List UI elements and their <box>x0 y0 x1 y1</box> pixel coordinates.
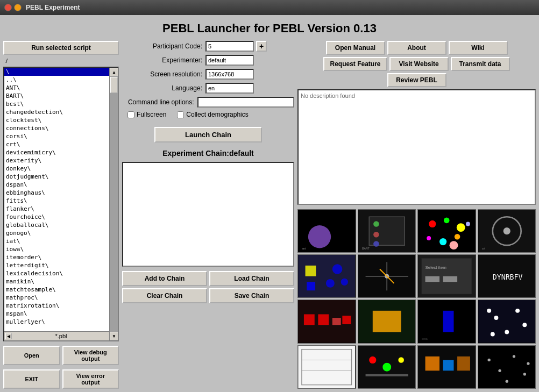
language-input[interactable] <box>205 83 254 94</box>
fullscreen-label: Fullscreen <box>137 111 166 118</box>
minimize-button[interactable] <box>14 4 22 11</box>
file-list[interactable]: \..\ ANT\BART\bcst\changedetection\clock… <box>4 68 118 331</box>
file-list-item[interactable]: manikin\ <box>4 277 118 286</box>
file-list-item[interactable]: fourchoice\ <box>4 213 118 221</box>
save-chain-button[interactable]: Save Chain <box>209 288 294 303</box>
thumbnail-10[interactable] <box>358 300 416 343</box>
load-chain-button[interactable]: Load Chain <box>209 271 294 286</box>
thumbnail-7[interactable]: Select item <box>417 254 476 298</box>
resolution-label: Screen resolution: <box>122 70 205 78</box>
file-list-item[interactable]: fitts\ <box>4 197 118 205</box>
collect-demo-checkbox-label: Collect demographics <box>177 111 248 118</box>
experimenter-input[interactable] <box>205 55 254 66</box>
file-list-item[interactable]: dotjudgment\ <box>4 173 118 181</box>
open-button[interactable]: Open <box>3 346 60 365</box>
thumbnail-13[interactable] <box>297 345 356 389</box>
file-list-item[interactable]: mspan\ <box>4 310 118 318</box>
thumbnail-5[interactable] <box>297 254 356 298</box>
close-button[interactable] <box>4 4 12 11</box>
svg-point-73 <box>512 355 515 358</box>
file-list-item[interactable]: letterdigit\ <box>4 261 118 269</box>
thumbnail-1[interactable]: ant <box>297 209 356 253</box>
file-list-item[interactable]: matchtosample\ <box>4 286 118 294</box>
file-list-item[interactable]: ..\ <box>4 76 118 84</box>
file-list-item[interactable]: donkey\ <box>4 165 118 173</box>
thumbnail-2[interactable]: BART <box>358 209 416 253</box>
file-list-item[interactable]: globallocal\ <box>4 221 118 229</box>
visit-website-button[interactable]: Visit Website <box>389 57 449 71</box>
file-list-item[interactable]: clocktest\ <box>4 116 118 124</box>
file-list-item[interactable]: dexterity\ <box>4 156 118 165</box>
open-manual-button[interactable]: Open Manual <box>326 41 385 55</box>
scroll-thumb[interactable] <box>110 77 118 93</box>
scroll-down-arrow[interactable]: ▼ <box>110 332 118 340</box>
scroll-track[interactable] <box>110 76 118 332</box>
svg-rect-69 <box>457 356 470 370</box>
resolution-input[interactable] <box>205 69 254 80</box>
svg-point-20 <box>503 227 510 234</box>
svg-point-75 <box>505 380 508 382</box>
thumbnails-grid: ant BART <box>297 209 536 389</box>
thumbnail-15[interactable] <box>417 345 476 389</box>
file-list-item[interactable]: devicemimicry\ <box>4 148 118 156</box>
file-list-item[interactable]: mathproc\ <box>4 294 118 302</box>
file-list-item[interactable]: ANT\ <box>4 84 118 92</box>
window-controls <box>4 4 22 11</box>
review-pebl-button[interactable]: Review PEBL <box>387 73 446 87</box>
scroll-up-arrow[interactable]: ▲ <box>110 68 118 76</box>
transmit-data-button[interactable]: Transmit data <box>451 57 510 71</box>
file-filter-row: ◀ *.pbl ▶ <box>4 331 118 340</box>
file-list-item[interactable]: corsi\ <box>4 132 118 140</box>
chain-list[interactable] <box>122 162 294 267</box>
thumbnail-6[interactable] <box>358 254 416 298</box>
request-feature-button[interactable]: Request Feature <box>323 57 387 71</box>
file-list-item[interactable]: gonogo\ <box>4 229 118 237</box>
svg-marker-48 <box>443 311 454 332</box>
fullscreen-checkbox[interactable] <box>127 111 134 118</box>
svg-text:DYNRBFV: DYNRBFV <box>492 273 522 281</box>
view-debug-button[interactable]: View debug output <box>62 346 119 365</box>
file-list-item[interactable]: mullerlyer\ <box>4 318 118 326</box>
file-list-item[interactable]: changedetection\ <box>4 108 118 116</box>
file-list-item[interactable]: BART\ <box>4 92 118 100</box>
thumbnail-3[interactable] <box>417 209 476 253</box>
file-list-item[interactable]: dspan\ <box>4 181 118 189</box>
thumbnail-8[interactable]: DYNRBFV <box>478 254 536 298</box>
thumbnail-14[interactable] <box>358 345 416 389</box>
thumbnail-4[interactable]: crt <box>478 209 536 253</box>
file-list-item[interactable]: crt\ <box>4 140 118 148</box>
cmdline-input[interactable] <box>197 97 294 108</box>
increment-button[interactable]: + <box>256 41 267 52</box>
thumbnail-11[interactable]: iowa <box>417 300 476 343</box>
file-list-item[interactable]: connections\ <box>4 124 118 132</box>
file-list-item[interactable]: matrixrotation\ <box>4 302 118 310</box>
file-list-item[interactable]: flanker\ <box>4 205 118 213</box>
svg-point-76 <box>527 362 529 365</box>
thumbnail-16[interactable] <box>478 345 536 389</box>
thumbnail-12[interactable] <box>478 300 536 343</box>
participant-input[interactable] <box>205 41 254 52</box>
file-list-scrollbar[interactable]: ▲ ▼ <box>109 68 118 340</box>
svg-point-55 <box>505 330 509 334</box>
exit-button[interactable]: EXIT <box>3 369 60 389</box>
file-list-item[interactable]: bcst\ <box>4 100 118 108</box>
collect-demo-checkbox[interactable] <box>177 111 184 118</box>
thumbnail-9[interactable] <box>297 300 356 343</box>
run-selected-button[interactable]: Run selected script <box>3 41 119 55</box>
svg-rect-4 <box>369 217 405 245</box>
file-list-item[interactable]: ebbinghaus\ <box>4 189 118 197</box>
about-button[interactable]: About <box>387 41 446 55</box>
wiki-button[interactable]: Wiki <box>449 41 508 55</box>
file-list-item[interactable]: itemorder\ <box>4 253 118 261</box>
view-error-button[interactable]: View error output <box>62 369 119 389</box>
filter-left-arrow[interactable]: ◀ <box>5 333 12 339</box>
add-to-chain-button[interactable]: Add to Chain <box>122 271 207 286</box>
svg-point-5 <box>373 221 379 227</box>
svg-rect-37 <box>443 276 457 282</box>
file-list-item[interactable]: \ <box>4 68 118 76</box>
clear-chain-button[interactable]: Clear Chain <box>122 288 207 303</box>
file-list-item[interactable]: lexicaldecision\ <box>4 269 118 277</box>
file-list-item[interactable]: iat\ <box>4 237 118 245</box>
file-list-item[interactable]: iowa\ <box>4 245 118 253</box>
launch-chain-button[interactable]: Launch Chain <box>154 127 262 142</box>
